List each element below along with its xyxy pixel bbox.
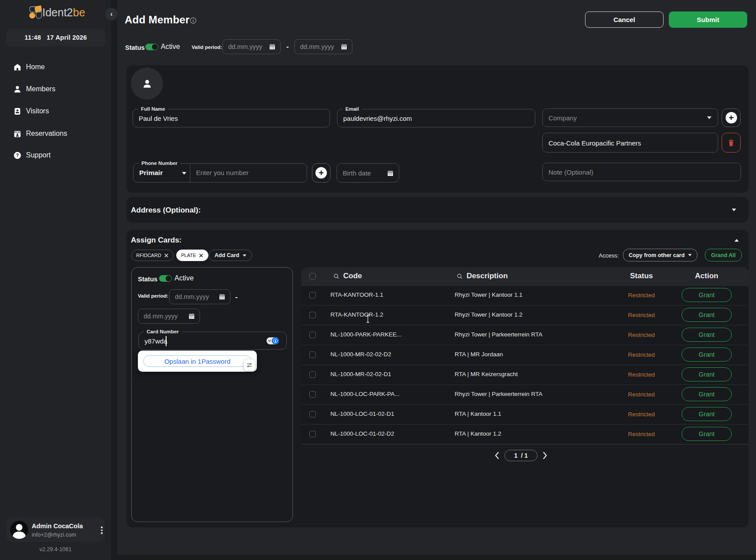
- svg-text:Ident2be: Ident2be: [42, 6, 85, 19]
- svg-text:?: ?: [16, 153, 19, 158]
